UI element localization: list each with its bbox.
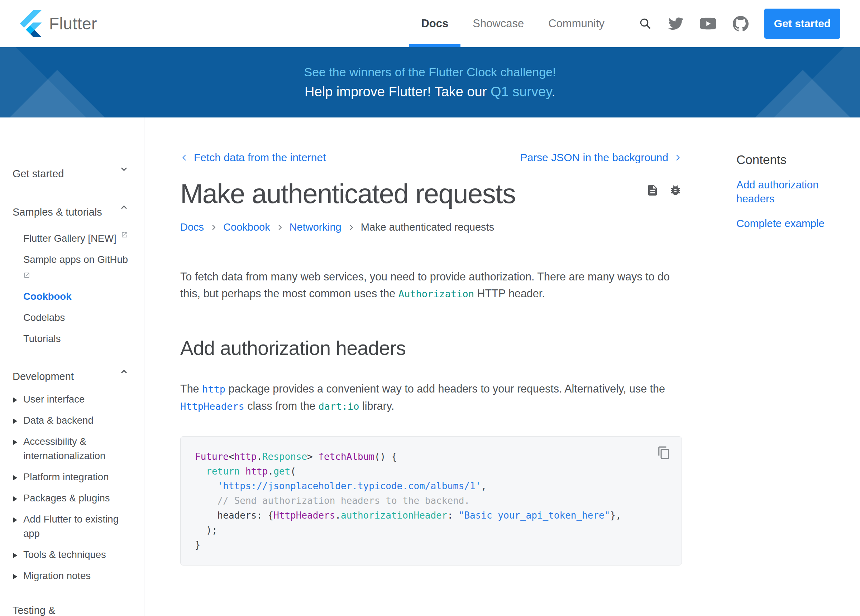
angle-right-icon	[673, 152, 682, 163]
banner-survey-link[interactable]: Q1 survey	[491, 84, 551, 99]
twitter-icon[interactable]	[668, 16, 683, 31]
sidebar-item-sample-apps-github[interactable]: Sample apps on GitHub	[13, 252, 129, 282]
sidebar-item-label: Platform integration	[23, 471, 108, 483]
contents-toc: Contents Add authorization headers Compl…	[736, 118, 855, 230]
triangle-right-icon	[13, 574, 17, 579]
sidebar-item-label: Migration notes	[23, 570, 91, 581]
top-navbar: Flutter Docs Showcase Community Get	[0, 0, 860, 47]
copy-icon[interactable]	[657, 446, 671, 461]
sidebar-item-testing-debugging[interactable]: Testing & debugging	[13, 602, 129, 616]
sidebar-item-label: Data & backend	[23, 415, 94, 426]
breadcrumb: Docs Cookbook Networking Make authentica…	[180, 221, 682, 233]
triangle-right-icon	[13, 517, 17, 522]
flutter-brand[interactable]: Flutter	[20, 10, 97, 37]
inline-code-authorization: Authorization	[399, 288, 474, 299]
main-nav: Docs Showcase Community	[409, 0, 617, 47]
article-main: Fetch data from the internet Parse JSON …	[180, 118, 682, 566]
sidebar-item-platform-integration[interactable]: Platform integration	[13, 470, 129, 484]
sidebar-item-label: Sample apps on GitHub	[23, 254, 128, 265]
external-link-icon	[23, 268, 129, 282]
chevron-up-icon	[119, 365, 129, 381]
triangle-right-icon	[13, 398, 17, 403]
external-link-icon	[119, 229, 128, 240]
sidebar-item-label: Flutter Gallery [NEW]	[23, 233, 116, 244]
triangle-right-icon	[13, 553, 17, 558]
breadcrumb-link-networking[interactable]: Networking	[290, 221, 342, 233]
angle-left-icon	[180, 152, 190, 163]
sidebar-item-get-started[interactable]: Get started	[13, 163, 129, 182]
intro-text: HTTP header.	[474, 287, 545, 299]
sidebar-item-accessibility[interactable]: Accessibility & internationalization	[13, 434, 129, 463]
triangle-right-icon	[13, 475, 17, 480]
sidebar-item-label: Development	[13, 368, 74, 384]
code-block: Future<http.Response> fetchAlbum() { ret…	[180, 436, 682, 566]
nav-tab-docs[interactable]: Docs	[409, 0, 460, 47]
chevron-right-icon	[276, 224, 284, 231]
nav-tab-community[interactable]: Community	[536, 0, 617, 47]
banner-survey-period: .	[551, 84, 556, 99]
chevron-up-icon	[119, 201, 129, 217]
sidebar-item-label: Samples & tutorials	[13, 204, 102, 220]
sidebar-item-flutter-gallery[interactable]: Flutter Gallery [NEW]	[13, 228, 129, 246]
toc-link-complete-example[interactable]: Complete example	[736, 216, 855, 230]
section-paragraph: The http package provides a convenient w…	[180, 380, 671, 415]
sidebar-item-label: User interface	[23, 393, 85, 405]
sidebar-item-tutorials[interactable]: Tutorials	[13, 332, 129, 346]
sidebar-item-data-backend[interactable]: Data & backend	[13, 413, 129, 428]
sidebar-item-codelabs[interactable]: Codelabs	[13, 310, 129, 325]
sidebar-item-label: Testing & debugging	[13, 602, 70, 616]
sidebar-item-samples-tutorials[interactable]: Samples & tutorials	[13, 201, 129, 220]
prev-page-link[interactable]: Fetch data from the internet	[180, 152, 326, 164]
flutter-logo-icon	[20, 10, 42, 37]
sidebar-item-label: Accessibility & internationalization	[23, 436, 105, 461]
sidebar-item-development[interactable]: Development	[13, 365, 129, 384]
sidebar-item-label: Tools & techniques	[23, 549, 106, 560]
banner-clock-challenge-link[interactable]: See the winners of the Flutter Clock cha…	[304, 65, 556, 79]
inline-code-dart-io: dart:io	[319, 401, 359, 412]
sidebar-item-packages-plugins[interactable]: Packages & plugins	[13, 491, 129, 505]
toc-heading: Contents	[736, 152, 855, 167]
breadcrumb-link-docs[interactable]: Docs	[180, 221, 204, 233]
next-page-link[interactable]: Parse JSON in the background	[520, 152, 682, 164]
triangle-right-icon	[13, 496, 17, 502]
inline-code-link-http[interactable]: http	[202, 384, 225, 395]
sidebar-item-tools-techniques[interactable]: Tools & techniques	[13, 548, 129, 562]
document-icon[interactable]	[646, 184, 659, 209]
search-icon[interactable]	[639, 17, 652, 30]
banner-survey-line: Help improve Flutter! Take our Q1 survey…	[304, 84, 556, 100]
section-text: library.	[359, 400, 394, 412]
youtube-icon[interactable]	[700, 16, 716, 32]
chevron-down-icon	[119, 163, 129, 178]
bug-icon[interactable]	[669, 184, 682, 209]
section-text: class from the	[244, 400, 319, 412]
breadcrumb-current: Make authenticated requests	[361, 221, 494, 233]
section-text: package provides a convenient way to add…	[225, 382, 665, 395]
sidebar-item-label: Packages & plugins	[23, 492, 110, 503]
announcement-banner: See the winners of the Flutter Clock cha…	[0, 47, 860, 118]
intro-paragraph: To fetch data from many web services, yo…	[180, 268, 671, 302]
prev-page-label: Fetch data from the internet	[194, 152, 326, 164]
sidebar-item-user-interface[interactable]: User interface	[13, 392, 129, 406]
section-text: The	[180, 382, 202, 395]
code-content: Future<http.Response> fetchAlbum() { ret…	[195, 450, 667, 552]
brand-name: Flutter	[49, 14, 97, 33]
sidebar-item-cookbook[interactable]: Cookbook	[13, 289, 129, 304]
section-heading-add-authorization-headers: Add authorization headers	[180, 337, 682, 360]
docs-sidebar: Get started Samples & tutorials Flutter …	[0, 118, 144, 616]
sidebar-item-label: Add Flutter to existing app	[23, 514, 119, 539]
chevron-right-icon	[210, 224, 218, 231]
next-page-label: Parse JSON in the background	[520, 152, 668, 164]
get-started-button[interactable]: Get started	[764, 9, 840, 39]
breadcrumb-link-cookbook[interactable]: Cookbook	[223, 221, 270, 233]
toc-link-add-authorization-headers[interactable]: Add authorization headers	[736, 178, 855, 205]
sidebar-item-migration-notes[interactable]: Migration notes	[13, 569, 129, 583]
triangle-right-icon	[13, 419, 17, 424]
chevron-right-icon	[347, 224, 355, 231]
banner-survey-text: Help improve Flutter! Take our	[304, 84, 491, 99]
sidebar-item-add-flutter[interactable]: Add Flutter to existing app	[13, 512, 129, 541]
nav-tab-showcase[interactable]: Showcase	[460, 0, 536, 47]
sidebar-item-label: Get started	[13, 166, 64, 182]
triangle-right-icon	[13, 440, 17, 445]
github-icon[interactable]	[733, 16, 749, 31]
inline-code-link-httpheaders[interactable]: HttpHeaders	[180, 401, 244, 412]
